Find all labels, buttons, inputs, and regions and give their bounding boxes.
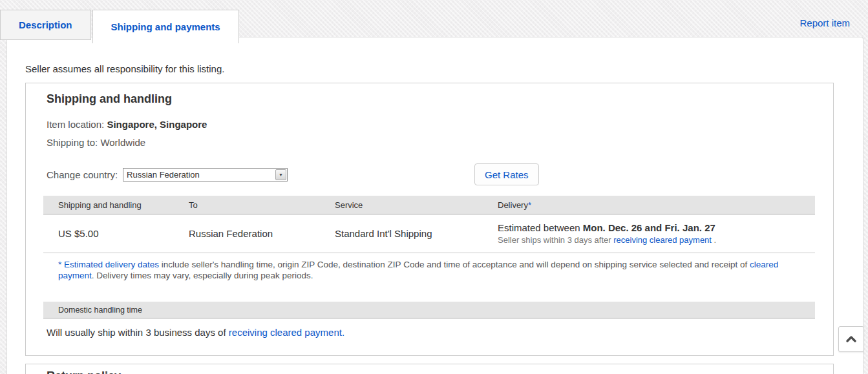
handling-time-text: Will usually ship within 3 business days… <box>47 327 833 355</box>
chevron-up-icon <box>845 335 857 344</box>
delivery-dates: Mon. Dec. 26 and Fri. Jan. 27 <box>583 222 715 233</box>
col-header-service: Service <box>335 200 498 210</box>
delivery-asterisk: * <box>528 200 531 210</box>
cell-service: Standard Int'l Shipping <box>335 228 498 239</box>
report-item-link[interactable]: Report item <box>799 17 850 28</box>
seller-ships-note: Seller ships within 3 days after receivi… <box>498 235 815 245</box>
receiving-cleared-payment-link[interactable]: receiving cleared payment. <box>229 327 344 338</box>
cleared-payment-link[interactable]: receiving cleared payment <box>613 235 712 245</box>
rates-table-header: Shipping and handling To Service Deliver… <box>43 196 815 214</box>
domestic-handling-header: Domestic handling time <box>43 302 815 318</box>
get-rates-button[interactable]: Get Rates <box>474 163 539 185</box>
seller-disclaimer: Seller assumes all responsibility for th… <box>25 63 863 74</box>
delivery-footnote: * Estimated delivery dates include selle… <box>43 253 815 281</box>
tab-bar: Description Shipping and payments Report… <box>0 0 868 40</box>
cell-cost: US $5.00 <box>58 228 189 239</box>
main-content-panel: Seller assumes all responsibility for th… <box>6 37 863 374</box>
change-country-label: Change country: <box>47 169 118 180</box>
rates-table: Shipping and handling To Service Deliver… <box>43 196 815 318</box>
item-location-line: Item location: Singapore, Singapore <box>47 119 833 130</box>
cell-to: Russian Federation <box>189 228 335 239</box>
col-header-delivery: Delivery* <box>498 200 815 210</box>
tabs: Description Shipping and payments <box>0 10 868 40</box>
change-country-row: Change country: Russian Federation ▼ Get… <box>47 163 833 185</box>
tab-shipping-and-payments[interactable]: Shipping and payments <box>92 10 239 43</box>
col-header-shipping: Shipping and handling <box>58 200 189 210</box>
rates-table-row: US $5.00 Russian Federation Standard Int… <box>43 214 815 253</box>
tab-description-label: Description <box>19 19 72 30</box>
country-select[interactable]: Russian Federation ▼ <box>123 168 288 182</box>
shipping-handling-panel: Shipping and handling Item location: Sin… <box>25 83 834 356</box>
cell-delivery: Estimated between Mon. Dec. 26 and Fri. … <box>498 217 815 250</box>
item-location-label: Item location: <box>47 119 107 130</box>
country-select-value: Russian Federation <box>123 170 200 180</box>
return-policy-title: Return policy <box>26 364 833 374</box>
delivery-estimate: Estimated between Mon. Dec. 26 and Fri. … <box>498 222 815 233</box>
shipping-to-line: Shipping to: Worldwide <box>47 137 833 148</box>
shipping-payments-page: { "colors":{ "link_blue":"#0b57c8", "tex… <box>0 0 868 374</box>
return-policy-panel: Return policy <box>25 364 834 374</box>
back-to-top-button[interactable] <box>838 326 864 352</box>
col-header-to: To <box>189 200 335 210</box>
item-location-value: Singapore, Singapore <box>107 119 207 130</box>
estimated-delivery-dates-link[interactable]: Estimated delivery dates <box>64 260 159 269</box>
tab-shipping-label: Shipping and payments <box>111 21 220 32</box>
shipping-handling-title: Shipping and handling <box>26 83 833 106</box>
chevron-down-icon[interactable]: ▼ <box>275 169 286 180</box>
tab-description[interactable]: Description <box>0 10 91 40</box>
